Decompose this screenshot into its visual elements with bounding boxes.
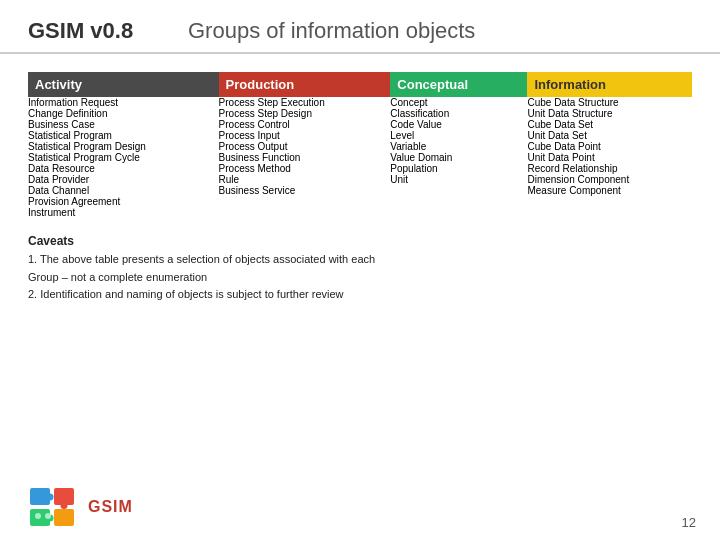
table-row: Data Resource Process Method Population …	[28, 163, 692, 174]
cell-activity: Data Provider	[28, 174, 219, 185]
table-row: Statistical Program Process Input Level …	[28, 130, 692, 141]
cell-production: Rule	[219, 174, 391, 185]
page-header: GSIM v0.8 Groups of information objects	[0, 0, 720, 54]
cell-production: Process Output	[219, 141, 391, 152]
caveats-line3: 2. Identification and naming of objects …	[28, 286, 692, 304]
cell-conceptual: Value Domain	[390, 152, 527, 163]
cell-information: Cube Data Structure	[527, 97, 692, 108]
table-row: Instrument	[28, 207, 692, 218]
svg-rect-3	[54, 509, 74, 526]
col-header-production: Production	[219, 72, 391, 97]
cell-conceptual	[390, 196, 527, 207]
table-row: Provision Agreement	[28, 196, 692, 207]
table-row: Business Case Process Control Code Value…	[28, 119, 692, 130]
svg-point-8	[45, 513, 51, 519]
page-subtitle: Groups of information objects	[188, 18, 475, 44]
svg-point-6	[61, 502, 68, 509]
cell-conceptual: Concept	[390, 97, 527, 108]
caveats-section: Caveats 1. The above table presents a se…	[28, 232, 692, 304]
caveats-line2: Group – not a complete enumeration	[28, 269, 692, 287]
cell-production	[219, 196, 391, 207]
cell-conceptual: Classification	[390, 108, 527, 119]
cell-production: Business Function	[219, 152, 391, 163]
cell-activity: Data Channel	[28, 185, 219, 196]
col-header-conceptual: Conceptual	[390, 72, 527, 97]
cell-production: Process Control	[219, 119, 391, 130]
cell-information: Unit Data Structure	[527, 108, 692, 119]
cell-information: Cube Data Point	[527, 141, 692, 152]
cell-conceptual: Code Value	[390, 119, 527, 130]
cell-information: Record Relationship	[527, 163, 692, 174]
cell-activity: Business Case	[28, 119, 219, 130]
cell-conceptual: Level	[390, 130, 527, 141]
cell-information: Dimension Component	[527, 174, 692, 185]
cell-activity: Instrument	[28, 207, 219, 218]
table-row: Change Definition Process Step Design Cl…	[28, 108, 692, 119]
table-header-row: Activity Production Conceptual Informati…	[28, 72, 692, 97]
app-title: GSIM v0.8	[28, 18, 158, 44]
caveats-title: Caveats	[28, 232, 692, 251]
cell-production	[219, 207, 391, 218]
table-body: Information Request Process Step Executi…	[28, 97, 692, 218]
cell-production: Process Method	[219, 163, 391, 174]
cell-conceptual	[390, 185, 527, 196]
table-row: Information Request Process Step Executi…	[28, 97, 692, 108]
cell-conceptual: Variable	[390, 141, 527, 152]
main-content: Activity Production Conceptual Informati…	[0, 54, 720, 312]
cell-information: Unit Data Set	[527, 130, 692, 141]
page-number: 12	[682, 515, 696, 530]
caveats-line1: 1. The above table presents a selection …	[28, 251, 692, 269]
page-footer: 12	[682, 515, 696, 530]
cell-activity: Information Request	[28, 97, 219, 108]
cell-information: Cube Data Set	[527, 119, 692, 130]
svg-point-7	[35, 513, 41, 519]
cell-information	[527, 196, 692, 207]
table-row: Data Provider Rule Unit Dimension Compon…	[28, 174, 692, 185]
cell-conceptual: Population	[390, 163, 527, 174]
cell-conceptual: Unit	[390, 174, 527, 185]
table-row: Statistical Program Cycle Business Funct…	[28, 152, 692, 163]
logo-area: GSIM	[28, 486, 133, 528]
svg-point-4	[47, 494, 54, 501]
gsim-logo: GSIM	[88, 498, 133, 516]
cell-production: Business Service	[219, 185, 391, 196]
cell-activity: Data Resource	[28, 163, 219, 174]
table-row: Statistical Program Design Process Outpu…	[28, 141, 692, 152]
cell-activity: Statistical Program Design	[28, 141, 219, 152]
puzzle-icon	[28, 486, 82, 528]
cell-production: Process Step Design	[219, 108, 391, 119]
cell-information: Unit Data Point	[527, 152, 692, 163]
cell-information	[527, 207, 692, 218]
cell-production: Process Input	[219, 130, 391, 141]
info-table: Activity Production Conceptual Informati…	[28, 72, 692, 218]
cell-activity: Provision Agreement	[28, 196, 219, 207]
cell-production: Process Step Execution	[219, 97, 391, 108]
cell-activity: Change Definition	[28, 108, 219, 119]
col-header-activity: Activity	[28, 72, 219, 97]
cell-activity: Statistical Program	[28, 130, 219, 141]
cell-activity: Statistical Program Cycle	[28, 152, 219, 163]
col-header-information: Information	[527, 72, 692, 97]
table-row: Data Channel Business Service Measure Co…	[28, 185, 692, 196]
cell-conceptual	[390, 207, 527, 218]
groups-table: Activity Production Conceptual Informati…	[28, 72, 692, 218]
cell-information: Measure Component	[527, 185, 692, 196]
